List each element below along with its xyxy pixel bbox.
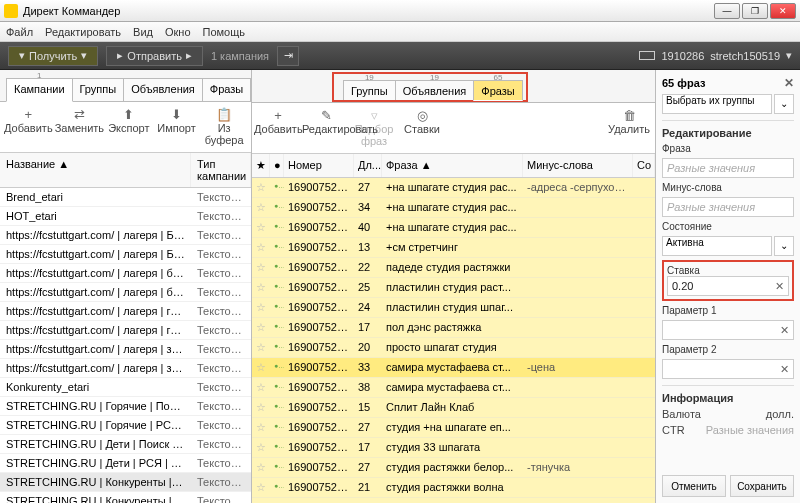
sort-asc-icon: ▲ [58,158,69,170]
table-row[interactable]: STRETCHING.RU | Горячие | РСЯ | МСК и о.… [0,416,251,435]
cancel-button[interactable]: Отменить [662,475,726,497]
minus-label: Минус-слова [662,182,794,193]
send-button[interactable]: ▸ Отправить ▸ [106,46,203,66]
mid-edit-button[interactable]: ✎Редактировать [302,107,350,137]
param2-label: Параметр 2 [662,344,794,355]
mid-toolbar: +Добавить ✎Редактировать ▿Подбор фраз ◎С… [252,103,655,154]
account-chevron-icon[interactable]: ▾ [786,49,792,62]
mid-delete-button[interactable]: 🗑Удалить [605,107,653,137]
state-select[interactable]: Активна [662,236,772,256]
col-status[interactable]: ● [270,154,284,177]
collapse-icon[interactable]: ⇥ [277,46,299,66]
menu-view[interactable]: Вид [133,26,153,38]
table-row[interactable]: https://fcstuttgart.com/ | лагеря | брен… [0,283,251,302]
table-row[interactable]: https://fcstuttgart.com/ | лагеря | брен… [0,264,251,283]
table-row[interactable]: ☆●81690075268917пол дэнс растяжка [252,318,655,338]
replace-button[interactable]: ⇄Заменить [55,106,104,148]
table-row[interactable]: ☆●11690075273427+на шпагате студия рас..… [252,178,655,198]
param2-input[interactable]: ✕ [662,359,794,379]
table-row[interactable]: Konkurenty_etariТекстово-г [0,378,251,397]
menu-help[interactable]: Помощь [203,26,246,38]
add-button[interactable]: +Добавить [4,106,53,148]
table-row[interactable]: ☆●111690075270738самира мустафаева ст... [252,378,655,398]
tab-campaigns[interactable]: 1Кампании [6,78,73,102]
table-row[interactable]: STRETCHING.RU | Дети | Поиск | МСК и обл… [0,435,251,454]
table-row[interactable]: HOT_etariТекстово-г [0,207,251,226]
table-row[interactable]: ☆●171690075273934студия растяжки елиса..… [252,498,655,503]
mid-tab-groups[interactable]: 19Группы [343,80,396,100]
param1-input[interactable]: ✕ [662,320,794,340]
import-button[interactable]: ⬇Импорт [154,106,200,148]
close-button[interactable]: ✕ [770,3,796,19]
phrase-input[interactable]: Разные значения [662,158,794,178]
table-row[interactable]: https://fcstuttgart.com/ | лагеря | горя… [0,321,251,340]
table-row[interactable]: STRETCHING.RU | Конкуренты | РСЯ | М...Т… [0,492,251,503]
col-length[interactable]: Дл... [354,154,382,177]
table-row[interactable]: STRETCHING.RU | Горячие | Поиск | МСК и … [0,397,251,416]
table-row[interactable]: ☆●141690075269617студия 33 шпагата [252,438,655,458]
col-name[interactable]: Название [6,158,55,170]
campaigns-table[interactable]: Brend_etariТекстово-гHOT_etariТекстово-г… [0,188,251,503]
table-row[interactable]: ☆●151690075274927студия растяжки белор..… [252,458,655,478]
table-row[interactable]: ☆●121690075269015Сплит Лайн Клаб [252,398,655,418]
select-groups-dropdown[interactable]: Выбрать их группы [662,94,772,114]
col-phrase[interactable]: Фраза [386,159,418,171]
menu-edit[interactable]: Редактировать [45,26,121,38]
table-row[interactable]: https://fcstuttgart.com/ | лагеря | зару… [0,340,251,359]
menu-file[interactable]: Файл [6,26,33,38]
col-number[interactable]: Номер [284,154,354,177]
table-row[interactable]: ☆●31690075273740+на шпагате студия рас..… [252,218,655,238]
table-row[interactable]: ☆●91690075270920просто шпагат студия [252,338,655,358]
col-type[interactable]: Тип кампании [191,153,251,187]
table-row[interactable]: https://fcstuttgart.com/ | лагеря | зару… [0,359,251,378]
phrases-table[interactable]: ☆●11690075273427+на шпагате студия рас..… [252,178,655,503]
clear-icon[interactable]: ✕ [775,280,784,293]
table-row[interactable]: ☆●131690075273527студия +на шпагате еп..… [252,418,655,438]
campaigns-count: 1 кампания [211,50,269,62]
bid-label: Ставка [667,265,789,276]
table-row[interactable]: https://fcstuttgart.com/ | лагеря | горя… [0,302,251,321]
state-chevron-icon[interactable]: ⌄ [774,236,794,256]
mid-add-button[interactable]: +Добавить [254,107,302,137]
clear-icon[interactable]: ✕ [780,324,789,337]
col-minus[interactable]: Минус-слова [523,154,633,177]
table-row[interactable]: ☆●161690075275621студия растяжки волна [252,478,655,498]
trash-icon: 🗑 [605,109,653,123]
mid-tab-ads[interactable]: 19Объявления [395,80,475,100]
table-row[interactable]: ☆●101690075269833самира мустафаева ст...… [252,358,655,378]
clear-icon[interactable]: ✕ [780,363,789,376]
maximize-button[interactable]: ❐ [742,3,768,19]
table-row[interactable]: ☆●21690075273634+на шпагате студия рас..… [252,198,655,218]
account-login[interactable]: stretch150519 [710,50,780,62]
table-row[interactable]: https://fcstuttgart.com/ | лагеря | Болг… [0,245,251,264]
mid-bid-button[interactable]: ◎Ставки [398,107,446,137]
plus-icon: + [254,109,302,123]
table-row[interactable]: https://fcstuttgart.com/ | лагеря | Болг… [0,226,251,245]
buffer-button[interactable]: 📋Из буфера [201,106,247,148]
panel-close-icon[interactable]: ✕ [784,76,794,90]
select-groups-chevron-icon[interactable]: ⌄ [774,94,794,114]
minimize-button[interactable]: — [714,3,740,19]
table-row[interactable]: ☆●41690075272613+см стретчинг [252,238,655,258]
tab-groups[interactable]: Группы [72,78,125,101]
minus-input[interactable]: Разные значения [662,197,794,217]
tab-phrases[interactable]: Фразы [202,78,251,101]
import-icon: ⬇ [154,108,200,122]
receive-button[interactable]: ▾ Получить ▾ [8,46,98,66]
bid-input[interactable]: 0.20✕ [667,276,789,296]
menu-window[interactable]: Окно [165,26,191,38]
tab-ads[interactable]: Объявления [123,78,203,101]
mid-tabs-highlight: 19Группы 19Объявления 65Фразы [332,72,528,102]
col-star[interactable]: ★ [252,154,270,177]
table-row[interactable]: STRETCHING.RU | Конкуренты | Поиск | М..… [0,473,251,492]
right-title: 65 фраз [662,77,705,89]
col-co[interactable]: Со [633,154,655,177]
mid-tab-phrases[interactable]: 65Фразы [473,80,522,101]
export-button[interactable]: ⬆Экспорт [106,106,152,148]
save-button[interactable]: Сохранить [730,475,794,497]
table-row[interactable]: ☆●61690075272125пластилин студия раст... [252,278,655,298]
table-row[interactable]: Brend_etariТекстово-г [0,188,251,207]
table-row[interactable]: ☆●71690075272224пластилин студия шпаг... [252,298,655,318]
table-row[interactable]: ☆●51690075270022падеде студия растяжки [252,258,655,278]
table-row[interactable]: STRETCHING.RU | Дети | РСЯ | МСК и облТе… [0,454,251,473]
